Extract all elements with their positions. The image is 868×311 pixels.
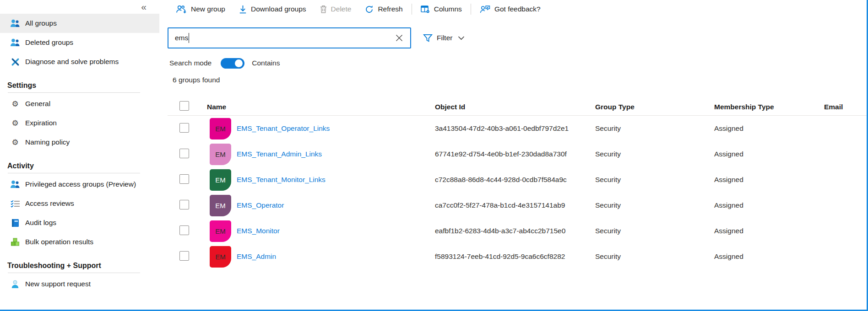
column-header-email: Email [824,103,868,111]
delete-button[interactable]: Delete [313,2,358,16]
clear-search-icon[interactable] [394,32,405,43]
group-type-cell: Security [595,227,714,235]
download-icon [239,5,247,14]
toolbar-separator [471,4,471,15]
sidebar-item-privileged-access-groups[interactable]: Privileged access groups (Preview) [0,175,159,194]
group-type-cell: Security [595,150,714,158]
search-mode-toggle[interactable] [221,58,244,69]
object-id-cell: ca7cc0f2-5f27-478a-b1cd-4e3157141ab9 [435,201,595,209]
object-id-cell: f5893124-7eeb-41cd-92d5-9ca6c6cf8282 [435,252,595,261]
search-mode-row: Search mode Contains [168,56,868,70]
object-id-cell: eafbf1b2-6283-4d4b-a3c7-ab4cc2b715e0 [435,227,595,235]
table-row: EM EMS_Tenant_Admin_Links 67741e92-d754-… [168,141,868,167]
row-checkbox[interactable] [179,174,189,184]
row-checkbox[interactable] [179,149,189,158]
table-row: EM EMS_Admin f5893124-7eeb-41cd-92d5-9ca… [168,244,868,269]
membership-type-cell: Assigned [714,150,824,158]
gear-icon: ⚙ [9,119,21,127]
download-groups-button[interactable]: Download groups [232,2,313,16]
people-icon [9,180,21,188]
sidebar-item-label: New support request [25,280,91,288]
group-type-cell: Security [595,176,714,184]
people-icon [9,38,21,47]
sidebar-collapse-row: « [0,2,159,13]
column-header-object-id: Object Id [435,103,595,111]
sidebar-item-expiration[interactable]: ⚙ Expiration [0,113,159,133]
book-icon [9,219,21,227]
table-row: EM EMS_Monitor eafbf1b2-6283-4d4b-a3c7-a… [168,218,868,244]
group-avatar: EM [210,246,231,268]
trash-icon [320,5,327,13]
checklist-icon [9,200,21,208]
column-header-membership-type: Membership Type [714,103,824,111]
new-group-icon [175,5,187,14]
new-group-button[interactable]: New group [168,2,232,16]
toolbar-button-label: Columns [434,5,462,13]
membership-type-cell: Assigned [714,227,824,235]
text-cursor [189,33,189,43]
sidebar-section-troubleshooting: Troubleshooting + Support [0,258,159,273]
group-type-cell: Security [595,201,714,209]
divider [8,92,140,93]
group-name-link[interactable]: EMS_Tenant_Monitor_Links [237,176,326,184]
sidebar-item-label: Access reviews [25,199,74,208]
row-checkbox[interactable] [179,251,189,261]
group-avatar: EM [210,220,231,242]
group-name-link[interactable]: EMS_Tenant_Admin_Links [237,150,322,158]
sidebar-item-label: Audit logs [25,219,56,227]
sidebar-item-label: Expiration [25,119,57,127]
membership-type-cell: Assigned [714,176,824,184]
collapse-sidebar-icon[interactable]: « [141,1,146,12]
sidebar-item-label: Bulk operation results [25,238,93,246]
sidebar-item-all-groups[interactable]: All groups [0,14,159,33]
command-bar: New group Download groups Delete [168,0,868,18]
membership-type-cell: Assigned [714,201,824,209]
group-avatar: EM [210,195,231,216]
select-all-checkbox[interactable] [179,101,189,111]
filter-button[interactable]: Filter [423,34,465,43]
group-name-link[interactable]: EMS_Admin [237,252,276,261]
column-header-group-type: Group Type [595,103,714,111]
table-row: EM EMS_Tenant_Operator_Links 3a413504-47… [168,116,868,141]
feedback-icon [480,5,490,13]
sidebar-section-activity: Activity [0,159,159,173]
membership-type-cell: Assigned [714,252,824,261]
groups-table: Name Object Id Group Type Membership Typ… [168,98,868,269]
sidebar-item-new-support-request[interactable]: New support request [0,274,159,294]
row-checkbox[interactable] [179,123,189,133]
group-avatar: EM [210,118,231,139]
table-row: EM EMS_Operator ca7cc0f2-5f27-478a-b1cd-… [168,193,868,218]
group-name-link[interactable]: EMS_Monitor [237,227,280,235]
row-checkbox[interactable] [179,225,189,235]
tools-icon [9,58,21,66]
toolbar-button-label: Refresh [378,5,402,13]
group-name-link[interactable]: EMS_Operator [237,201,284,209]
sidebar-item-deleted-groups[interactable]: Deleted groups [0,33,159,52]
got-feedback-button[interactable]: Got feedback? [473,2,548,16]
gear-icon: ⚙ [9,100,21,108]
chevron-down-icon [458,36,465,40]
membership-type-cell: Assigned [714,124,824,133]
sidebar-item-bulk-operation-results[interactable]: Bulk operation results [0,232,159,252]
table-header-row: Name Object Id Group Type Membership Typ… [168,98,868,116]
search-input[interactable]: ems [168,27,411,48]
sidebar-item-audit-logs[interactable]: Audit logs [0,213,159,232]
refresh-button[interactable]: Refresh [358,2,409,16]
sidebar-item-label: All groups [25,19,57,27]
sidebar-item-label: General [25,100,50,108]
group-type-cell: Security [595,252,714,261]
sidebar-item-naming-policy[interactable]: ⚙ Naming policy [0,133,159,152]
columns-button[interactable]: Columns [414,2,469,16]
search-mode-value: Contains [252,59,280,67]
toggle-knob [235,59,243,67]
divider [8,273,140,273]
sidebar-item-diagnose[interactable]: Diagnose and solve problems [0,52,159,71]
toolbar-button-label: Delete [331,5,352,13]
sidebar-item-access-reviews[interactable]: Access reviews [0,194,159,213]
row-checkbox[interactable] [179,200,189,209]
sidebar-item-label: Naming policy [25,138,70,146]
group-name-link[interactable]: EMS_Tenant_Operator_Links [237,124,330,133]
sidebar-item-general[interactable]: ⚙ General [0,94,159,113]
table-row: EM EMS_Tenant_Monitor_Links c72c88a8-86d… [168,167,868,193]
sidebar-item-label: Deleted groups [25,38,73,47]
